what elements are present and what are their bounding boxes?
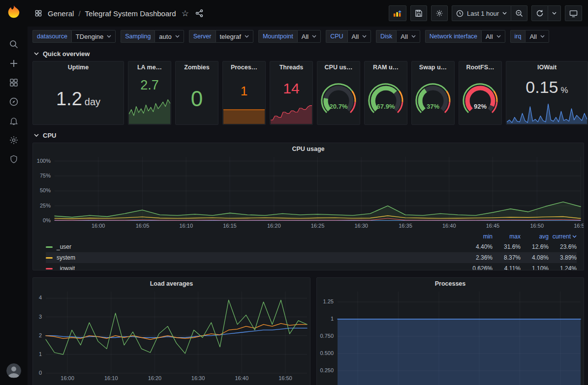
variable-value-dropdown[interactable]: All (396, 30, 420, 43)
load-averages-chart[interactable]: 16:0016:1016:2016:3016:4016:5043210 (33, 290, 310, 384)
zoom-out-button[interactable] (511, 5, 527, 21)
row-cpu[interactable]: CPU (32, 128, 584, 143)
variable-value: telegraf (220, 33, 241, 40)
panel-title[interactable]: Zombies (176, 61, 218, 73)
panel-title[interactable]: RootFS… (459, 61, 501, 73)
legend-series-name[interactable]: system (57, 254, 75, 261)
variable-value-dropdown[interactable]: All (481, 30, 505, 43)
variable-label: Server (189, 30, 216, 43)
chart-svg (507, 100, 587, 124)
legend-value: 31.6% (493, 243, 521, 250)
variable-value-dropdown[interactable]: TDengine (71, 30, 116, 43)
panel-title[interactable]: Swap u… (412, 61, 454, 73)
legend-value: 12.6% (521, 243, 549, 250)
variable-value-dropdown[interactable]: auto (155, 30, 184, 43)
variable-value-dropdown[interactable]: telegraf (216, 30, 253, 43)
legend-column-avg[interactable]: avg (521, 233, 549, 240)
series-color-dash (46, 257, 53, 259)
variable-value-dropdown[interactable]: All (347, 30, 371, 43)
y-axis-label: 100% (33, 158, 51, 164)
configuration-button[interactable] (3, 130, 25, 149)
share-icon[interactable] (194, 8, 204, 18)
chevron-down-icon (496, 35, 501, 38)
legend-value: 3.89% (549, 254, 577, 261)
breadcrumb-separator: / (78, 9, 80, 18)
stat-panel-processes: Proces…1 (222, 61, 266, 125)
chevron-down-icon (502, 12, 507, 15)
stat-panel-uptime: Uptime1.2day (32, 61, 124, 125)
legend-column-current[interactable]: current (549, 233, 577, 240)
stat-body: 1.2day (33, 73, 124, 124)
stat-body: 20.7% (317, 73, 360, 125)
variable-label: Mountpoint (258, 30, 297, 43)
refresh-interval-button[interactable] (548, 5, 561, 21)
stat-unit: day (85, 96, 100, 108)
cycle-view-button[interactable] (565, 5, 582, 21)
time-controls: Last 1 hour (452, 5, 527, 21)
panel-title[interactable]: CPU us… (317, 61, 360, 73)
variable-label: Disk (376, 30, 396, 43)
dashboards-button[interactable] (3, 73, 25, 92)
x-axis-label: 16:50 (279, 375, 292, 381)
variable-value-dropdown[interactable]: All (525, 30, 549, 43)
server-admin-button[interactable] (3, 149, 25, 169)
stat-value: 1.2day (33, 73, 124, 124)
dashboard-settings-button[interactable] (431, 5, 448, 21)
legend-value: 4.08% (521, 254, 549, 261)
alerting-button[interactable] (3, 111, 25, 130)
variable-value-dropdown[interactable]: All (297, 30, 321, 43)
panel-title[interactable]: Uptime (33, 61, 124, 73)
panel-title[interactable]: Processes (317, 278, 584, 290)
variable-label: Sampling (121, 30, 155, 43)
chart-svg (33, 155, 584, 231)
series-color-dash (46, 246, 53, 248)
panel-title[interactable]: LA me… (128, 61, 171, 73)
search-button[interactable] (3, 34, 25, 54)
variable-value: All (529, 33, 536, 40)
processes-chart[interactable]: 1.2510.7500.5000.250 (317, 290, 584, 385)
create-button[interactable] (3, 54, 25, 73)
legend-series-name[interactable]: _user (57, 243, 71, 250)
star-icon[interactable]: ☆ (181, 8, 190, 19)
panel-title[interactable]: IOWait (506, 61, 588, 73)
add-panel-icon (393, 10, 402, 17)
sidebar (0, 0, 28, 385)
panel-title[interactable]: Threads (270, 61, 312, 73)
time-range-button[interactable]: Last 1 hour (452, 5, 511, 21)
y-axis-label: 75% (33, 173, 51, 178)
panel-title[interactable]: Load averages (33, 278, 310, 290)
chevron-down-icon (411, 35, 416, 38)
chevron-down-icon (362, 35, 367, 38)
x-axis-label: 16:00 (92, 223, 105, 229)
stat-value: 14 (270, 73, 312, 104)
user-avatar[interactable] (6, 363, 21, 378)
breadcrumb-section[interactable]: General (48, 9, 74, 18)
refresh-button[interactable] (531, 5, 548, 21)
stat-panel-swap-used: Swap u…37% (411, 61, 455, 125)
series-color-dash (46, 268, 53, 269)
grafana-logo[interactable] (6, 5, 21, 21)
legend-column-min[interactable]: min (464, 233, 493, 240)
chevron-down-icon (572, 235, 577, 238)
panel-title[interactable]: Proces… (223, 61, 265, 73)
explore-button[interactable] (3, 92, 25, 111)
legend-series-name[interactable]: _iowait (57, 265, 75, 270)
x-axis-label: 16:30 (354, 223, 368, 229)
x-axis-label: 16:25 (311, 223, 325, 229)
stat-number: 1 (241, 85, 248, 97)
breadcrumb-title[interactable]: Telegraf System Dashboard (85, 9, 176, 18)
legend-column-max[interactable]: max (493, 233, 521, 240)
panel-title[interactable]: RAM u… (365, 61, 407, 73)
stat-panel-rootfs-used: RootFS…92% (459, 61, 502, 125)
row-quick-overview[interactable]: Quick overview (32, 46, 584, 61)
save-dashboard-button[interactable] (410, 5, 427, 21)
stats-row: Uptime1.2dayLA me…2.7Zombies0Proces…1Thr… (32, 61, 584, 125)
cpu-usage-chart[interactable]: 16:0016:0516:1016:1516:2016:2516:3016:35… (33, 155, 584, 231)
panel-title[interactable]: CPU usage (33, 143, 584, 155)
panel-processes: Processes 1.2510.7500.5000.250 (316, 277, 584, 385)
legend-value: 8.37% (493, 254, 521, 261)
panel-cpu-usage: CPU usage 16:0016:0516:1016:1516:2016:25… (32, 143, 584, 270)
add-panel-button[interactable] (389, 5, 406, 21)
time-range-label: Last 1 hour (467, 10, 499, 17)
gear-icon (9, 135, 19, 145)
